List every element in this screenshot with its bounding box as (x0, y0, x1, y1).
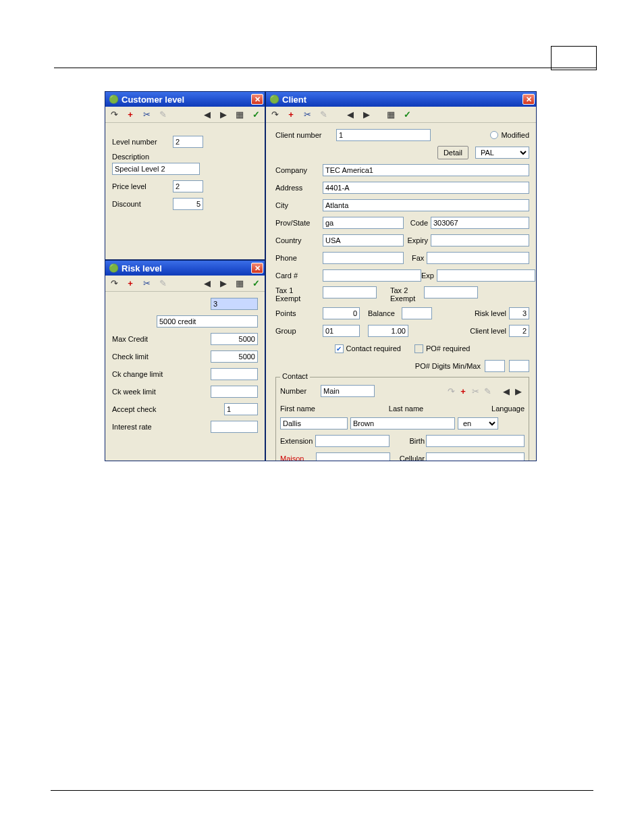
balance-label: Balance (368, 309, 402, 317)
check-limit-input[interactable] (211, 350, 258, 363)
risk-level-input[interactable] (509, 307, 529, 319)
fax-input[interactable] (427, 252, 529, 264)
level-number-label: Level number (112, 138, 173, 146)
card-input[interactable] (323, 269, 421, 282)
check-icon[interactable]: ✓ (250, 109, 262, 121)
client-level-input[interactable] (509, 325, 529, 337)
group-val-input[interactable] (368, 325, 408, 337)
risk-level-title: Risk level (122, 263, 251, 273)
interest-rate-input[interactable] (211, 421, 258, 433)
price-level-input[interactable] (173, 180, 203, 192)
po-required-checkbox[interactable] (414, 344, 423, 353)
points-input[interactable] (323, 307, 360, 319)
prev-icon[interactable]: ◀ (344, 109, 356, 121)
pal-select[interactable]: PAL (475, 147, 529, 159)
client-level-label: Client level (470, 327, 506, 335)
city-label: City (275, 201, 323, 209)
level-number-input[interactable] (173, 136, 203, 148)
client-number-input[interactable] (336, 129, 431, 141)
close-icon[interactable]: ✕ (251, 94, 263, 105)
max-credit-input[interactable] (211, 333, 258, 345)
modified-radio[interactable] (490, 131, 498, 139)
first-name-input[interactable] (280, 417, 348, 429)
notes-icon[interactable]: ▦ (234, 278, 246, 290)
extension-input[interactable] (315, 435, 390, 447)
expiry-input[interactable] (431, 234, 529, 246)
detail-button[interactable]: Detail (437, 146, 468, 159)
description-label: Description (112, 153, 149, 161)
po-max-input[interactable] (509, 360, 529, 372)
add-icon[interactable]: + (285, 109, 297, 121)
points-label: Points (275, 309, 323, 317)
cut-icon[interactable]: ✂ (140, 278, 153, 290)
po-required-label: PO# required (426, 344, 470, 353)
notes-icon[interactable]: ▦ (385, 109, 397, 121)
next-icon[interactable]: ▶ (217, 109, 230, 121)
prov-state-input[interactable] (323, 217, 404, 229)
prev-icon[interactable]: ◀ (201, 278, 213, 290)
language-select[interactable]: en (458, 417, 498, 429)
birth-label: Birth (401, 437, 425, 445)
ck-week-limit-input[interactable] (211, 386, 258, 398)
contact-required-checkbox[interactable]: ✔ (335, 344, 344, 353)
ck-change-limit-input[interactable] (211, 368, 258, 380)
risk-id-input[interactable] (211, 298, 258, 310)
prev-icon[interactable]: ◀ (201, 109, 213, 121)
prev-icon[interactable]: ◀ (500, 385, 512, 397)
next-icon[interactable]: ▶ (217, 278, 230, 290)
customer-level-window: 🟢 Customer level ✕ ↷ + ✂ ✎ ◀ ▶ ▦ ✓ Level… (105, 91, 265, 260)
last-name-input[interactable] (350, 417, 455, 429)
accept-check-label: Accept check (112, 405, 193, 413)
company-input[interactable] (323, 164, 529, 176)
city-input[interactable] (323, 199, 529, 211)
exp-input[interactable] (437, 269, 535, 282)
balance-input[interactable] (402, 307, 432, 319)
risk-desc-input[interactable] (157, 315, 258, 328)
phone-label: Phone (275, 254, 323, 262)
cut-icon[interactable]: ✂ (301, 109, 313, 121)
code-input[interactable] (431, 217, 529, 229)
customer-level-title: Customer level (122, 95, 251, 105)
risk-level-toolbar: ↷ + ✂ ✎ ◀ ▶ ▦ ✓ (105, 276, 265, 292)
po-min-input[interactable] (485, 360, 505, 372)
country-input[interactable] (323, 234, 404, 246)
extension-label: Extension (280, 437, 315, 445)
redo-icon[interactable]: ↷ (108, 278, 120, 290)
code-label: Code (410, 219, 428, 227)
cut-icon[interactable]: ✂ (140, 109, 153, 121)
fax-label: Fax (412, 254, 424, 262)
description-input[interactable] (112, 163, 200, 175)
accept-check-input[interactable] (224, 403, 258, 415)
contact-legend: Contact (280, 372, 310, 380)
expiry-label: Expiry (407, 236, 428, 244)
tax1-input[interactable] (323, 286, 377, 298)
modified-label: Modified (501, 131, 529, 139)
add-icon[interactable]: + (124, 278, 136, 290)
close-icon[interactable]: ✕ (522, 94, 535, 105)
birth-input[interactable] (426, 435, 525, 447)
maison-input[interactable] (316, 452, 390, 461)
risk-level-label: Risk level (475, 309, 506, 317)
add-icon[interactable]: + (457, 385, 469, 397)
client-title: Client (282, 95, 522, 105)
po-digits-label: PO# Digits Min/Max (415, 362, 481, 370)
next-icon[interactable]: ▶ (512, 385, 525, 397)
add-icon[interactable]: + (124, 109, 136, 121)
contact-number-input[interactable] (321, 385, 375, 397)
discount-input[interactable] (173, 198, 203, 210)
redo-icon[interactable]: ↷ (269, 109, 281, 121)
card-label: Card # (275, 271, 323, 280)
check-icon[interactable]: ✓ (250, 278, 262, 290)
check-icon[interactable]: ✓ (401, 109, 413, 121)
redo-icon[interactable]: ↷ (108, 109, 120, 121)
check-limit-label: Check limit (112, 353, 193, 361)
address-input[interactable] (323, 182, 529, 194)
tax2-input[interactable] (424, 286, 478, 298)
group-input[interactable] (323, 325, 360, 337)
next-icon[interactable]: ▶ (360, 109, 373, 121)
close-icon[interactable]: ✕ (251, 263, 263, 273)
notes-icon[interactable]: ▦ (234, 109, 246, 121)
phone-input[interactable] (323, 252, 404, 264)
last-name-label: Last name (389, 405, 423, 413)
cellular-input[interactable] (426, 452, 525, 461)
